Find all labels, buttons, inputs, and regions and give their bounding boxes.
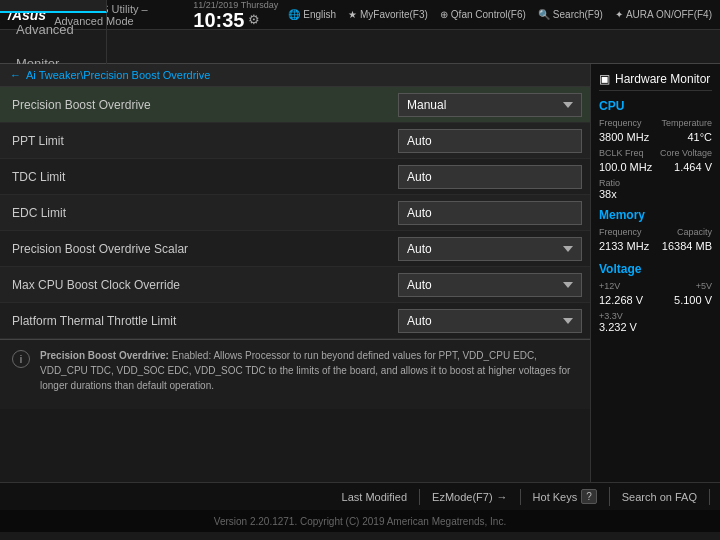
language-selector[interactable]: 🌐 English (288, 9, 336, 20)
hw-value: 16384 MB (662, 240, 712, 252)
hw-double-row: +12V+5V12.268 V5.100 V (599, 281, 712, 308)
setting-label: Max CPU Boost Clock Override (0, 270, 390, 300)
setting-value-container: Manual (390, 88, 590, 122)
setting-input[interactable] (398, 165, 582, 189)
hw-label: Core Voltage (660, 148, 712, 158)
setting-label: TDC Limit (0, 162, 390, 192)
navigation-bar: My FavoritesMainAi TweakerAdvancedMonito… (0, 30, 720, 64)
star-icon: ★ (348, 9, 357, 20)
info-title: Precision Boost Overdrive: (40, 350, 169, 361)
setting-select[interactable]: Auto (398, 237, 582, 261)
setting-label: PPT Limit (0, 126, 390, 156)
nav-item-advanced[interactable]: Advanced (0, 13, 107, 47)
hw-double-row: BCLK FreqCore Voltage100.0 MHz1.464 V (599, 148, 712, 175)
hw-label: Ratio (599, 178, 712, 188)
setting-row: PPT Limit (0, 123, 590, 159)
hw-label: Frequency (599, 227, 642, 237)
setting-label: Precision Boost Overdrive Scalar (0, 234, 390, 264)
setting-row: Precision Boost OverdriveManual (0, 87, 590, 123)
time-display: 10:35 (193, 10, 244, 30)
hw-value-row: 12.268 V5.100 V (599, 294, 712, 308)
hw-value: 1.464 V (674, 161, 712, 173)
main-layout: ← Ai Tweaker\Precision Boost Overdrive P… (0, 64, 720, 482)
hw-row: FrequencyCapacity (599, 227, 712, 237)
hw-value-row: 100.0 MHz1.464 V (599, 161, 712, 175)
hw-monitor-title: ▣ Hardware Monitor (599, 72, 712, 91)
hw-label: +12V (599, 281, 620, 291)
gear-icon[interactable]: ⚙ (248, 12, 260, 27)
setting-value-container: Auto (390, 268, 590, 302)
hw-value: 12.268 V (599, 294, 643, 306)
monitor-label: Hardware Monitor (615, 72, 710, 86)
fan-icon: ⊕ (440, 9, 448, 20)
setting-row: EDC Limit (0, 195, 590, 231)
hw-section-title: CPU (599, 99, 712, 113)
setting-label: Precision Boost Overdrive (0, 90, 390, 120)
aura-icon: ✦ (615, 9, 623, 20)
hw-value: 41°C (687, 131, 712, 143)
qfan-btn[interactable]: ⊕ Qfan Control(F6) (440, 9, 526, 20)
setting-value-container: Auto (390, 304, 590, 338)
hw-sections: CPUFrequencyTemperature3800 MHz41°CBCLK … (599, 99, 712, 333)
search-faq-btn[interactable]: Search on FAQ (610, 489, 710, 505)
hw-value: 100.0 MHz (599, 161, 652, 173)
back-arrow-icon[interactable]: ← (10, 69, 21, 81)
info-icon: i (12, 350, 30, 368)
hw-label: Temperature (661, 118, 712, 128)
ezmode-arrow-icon: → (497, 491, 508, 503)
hw-label: BCLK Freq (599, 148, 644, 158)
info-text: Precision Boost Overdrive: Enabled: Allo… (40, 348, 578, 393)
hw-value: 38x (599, 188, 712, 200)
setting-label: Platform Thermal Throttle Limit (0, 306, 390, 336)
setting-row: Precision Boost Overdrive ScalarAuto (0, 231, 590, 267)
datetime-block: 11/21/2019 Thursday 10:35 ⚙ (193, 0, 278, 30)
footer-bar: Version 2.20.1271. Copyright (C) 2019 Am… (0, 510, 720, 532)
hw-value-row: 2133 MHz16384 MB (599, 240, 712, 254)
setting-label: EDC Limit (0, 198, 390, 228)
settings-table: Precision Boost OverdriveManualPPT Limit… (0, 87, 590, 339)
setting-select[interactable]: Auto (398, 273, 582, 297)
aura-btn[interactable]: ✦ AURA ON/OFF(F4) (615, 9, 712, 20)
search-btn[interactable]: 🔍 Search(F9) (538, 9, 603, 20)
hw-value: 5.100 V (674, 294, 712, 306)
hw-section-title: Memory (599, 208, 712, 222)
setting-value-container (390, 196, 590, 230)
header-bar: /Asus UEFI BIOS Utility – Advanced Mode … (0, 0, 720, 30)
footer-text: Version 2.20.1271. Copyright (C) 2019 Am… (214, 516, 506, 527)
breadcrumb: ← Ai Tweaker\Precision Boost Overdrive (0, 64, 590, 87)
hw-value: 2133 MHz (599, 240, 649, 252)
hw-value-row: 3800 MHz41°C (599, 131, 712, 145)
setting-select[interactable]: Manual (398, 93, 582, 117)
setting-select[interactable]: Auto (398, 309, 582, 333)
setting-input[interactable] (398, 129, 582, 153)
left-panel: ← Ai Tweaker\Precision Boost Overdrive P… (0, 64, 590, 482)
setting-value-container (390, 160, 590, 194)
hw-row: +12V+5V (599, 281, 712, 291)
hw-row: FrequencyTemperature (599, 118, 712, 128)
hw-row: BCLK FreqCore Voltage (599, 148, 712, 158)
setting-input[interactable] (398, 201, 582, 225)
hw-label: +5V (696, 281, 712, 291)
info-bar: i Precision Boost Overdrive: Enabled: Al… (0, 339, 590, 409)
my-favorites-btn[interactable]: ★ MyFavorite(F3) (348, 9, 428, 20)
setting-row: Max CPU Boost Clock OverrideAuto (0, 267, 590, 303)
hot-keys-btn[interactable]: Hot Keys ? (521, 487, 610, 506)
hw-label: Frequency (599, 118, 642, 128)
hw-double-row: FrequencyCapacity2133 MHz16384 MB (599, 227, 712, 254)
nav-item-ai-tweaker[interactable]: Ai Tweaker (0, 0, 107, 13)
monitor-icon: ▣ (599, 72, 610, 86)
setting-row: Platform Thermal Throttle LimitAuto (0, 303, 590, 339)
hot-keys-badge: ? (581, 489, 597, 504)
hw-value: 3.232 V (599, 321, 712, 333)
hw-label: +3.3V (599, 311, 712, 321)
hardware-monitor-panel: ▣ Hardware Monitor CPUFrequencyTemperatu… (590, 64, 720, 482)
top-icons: 🌐 English ★ MyFavorite(F3) ⊕ Qfan Contro… (288, 9, 712, 20)
last-modified-btn[interactable]: Last Modified (330, 489, 420, 505)
search-icon: 🔍 (538, 9, 550, 20)
breadcrumb-path: Ai Tweaker\Precision Boost Overdrive (26, 69, 210, 81)
hw-label: Capacity (677, 227, 712, 237)
ezmode-btn[interactable]: EzMode(F7) → (420, 489, 521, 505)
hw-section-title: Voltage (599, 262, 712, 276)
hw-double-row: FrequencyTemperature3800 MHz41°C (599, 118, 712, 145)
setting-value-container: Auto (390, 232, 590, 266)
